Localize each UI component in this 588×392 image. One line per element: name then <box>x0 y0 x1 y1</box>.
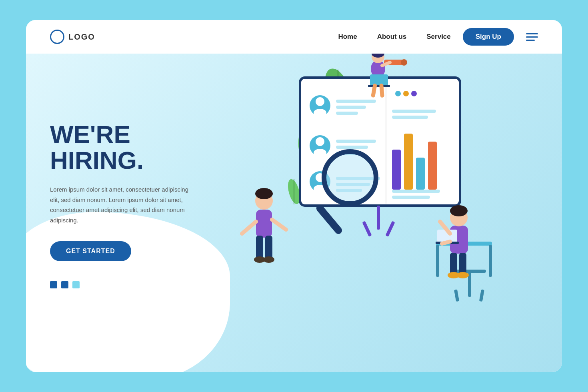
avatar-head-2 <box>316 137 324 146</box>
chair-seat <box>454 270 486 273</box>
person-left-leg-l <box>256 236 263 260</box>
signup-button[interactable]: Sign Up <box>463 28 514 46</box>
dot-board-3 <box>411 91 417 96</box>
line-1-1 <box>336 100 376 103</box>
bar-2 <box>404 134 413 190</box>
person-left-hair <box>255 188 273 199</box>
binoculars-end <box>401 59 407 66</box>
person-left-arm-l <box>242 222 256 234</box>
board-right-line-2 <box>392 116 428 119</box>
desk-leg-r <box>489 245 492 277</box>
bar-3 <box>416 158 425 190</box>
person-left-leg-r <box>265 236 272 260</box>
stand-leg-left <box>362 221 372 237</box>
laptop-base <box>368 85 390 87</box>
dot-1 <box>50 281 57 288</box>
navbar: LOGO Home About us Service Sign Up <box>26 20 562 54</box>
nav-links: Home About us Service <box>338 33 450 41</box>
hamburger-line-3 <box>526 40 535 41</box>
board-right-line-3 <box>392 190 440 193</box>
avatar-body-2 <box>314 149 326 157</box>
line-2-1 <box>336 140 376 143</box>
person-right-leg-l <box>450 253 457 275</box>
hamburger-line-1 <box>526 33 538 34</box>
nav-home[interactable]: Home <box>338 33 357 41</box>
magnifier-handle <box>315 203 344 236</box>
person-right-arm-laptop <box>442 242 450 244</box>
left-content: WE'RE HIRING. Lorem ipsum dolor sit amet… <box>26 54 218 372</box>
logo-icon <box>50 30 64 44</box>
line-2-2 <box>336 146 368 149</box>
hiring-title: WE'RE HIRING. <box>50 121 194 173</box>
title-line2: HIRING. <box>50 146 144 174</box>
stand-vertical <box>377 206 380 230</box>
illustration-svg <box>218 54 498 318</box>
laptop-top <box>370 74 388 86</box>
logo-area: LOGO <box>50 30 95 44</box>
person-right-hair <box>450 205 468 216</box>
decorative-dots <box>50 281 194 288</box>
illustration-area <box>218 54 562 372</box>
avatar-head-1 <box>316 97 324 106</box>
person-left-shoe-r <box>263 256 274 263</box>
title-line1: WE'RE <box>50 120 130 148</box>
line-1-3 <box>336 112 358 115</box>
dot-board-2 <box>403 91 409 96</box>
person-right-leg-r <box>459 253 466 275</box>
bar-1 <box>392 150 401 190</box>
landing-page-card: LOGO Home About us Service Sign Up WE'RE… <box>26 20 562 372</box>
hamburger-menu[interactable] <box>526 33 538 41</box>
person-right-shoe-r <box>457 272 469 278</box>
person-left-torso <box>256 210 272 238</box>
hero-description: Lorem ipsum dolor sit amet, consectetuer… <box>50 184 194 225</box>
dot-3 <box>72 281 80 288</box>
stand-leg-right <box>385 221 395 237</box>
bar-4 <box>428 142 437 190</box>
main-content: WE'RE HIRING. Lorem ipsum dolor sit amet… <box>26 54 562 372</box>
person-left-arm-r <box>272 220 286 230</box>
nav-service[interactable]: Service <box>426 33 451 41</box>
dot-board-1 <box>395 91 401 96</box>
board-right-line-1 <box>392 110 436 113</box>
board-right-line-4 <box>392 196 430 199</box>
dot-2 <box>61 281 68 288</box>
desk-leg-l <box>436 245 439 277</box>
magnifier-glass <box>324 152 376 204</box>
hamburger-line-2 <box>526 36 538 38</box>
chair-leg-r <box>479 289 484 302</box>
line-1-2 <box>336 106 366 109</box>
logo-text: LOGO <box>68 32 95 42</box>
get-started-button[interactable]: GET STARTED <box>50 241 131 261</box>
chair-leg-l <box>454 289 459 302</box>
avatar-body-1 <box>314 109 326 117</box>
nav-about[interactable]: About us <box>377 33 407 41</box>
chair-leg-m <box>468 273 471 297</box>
